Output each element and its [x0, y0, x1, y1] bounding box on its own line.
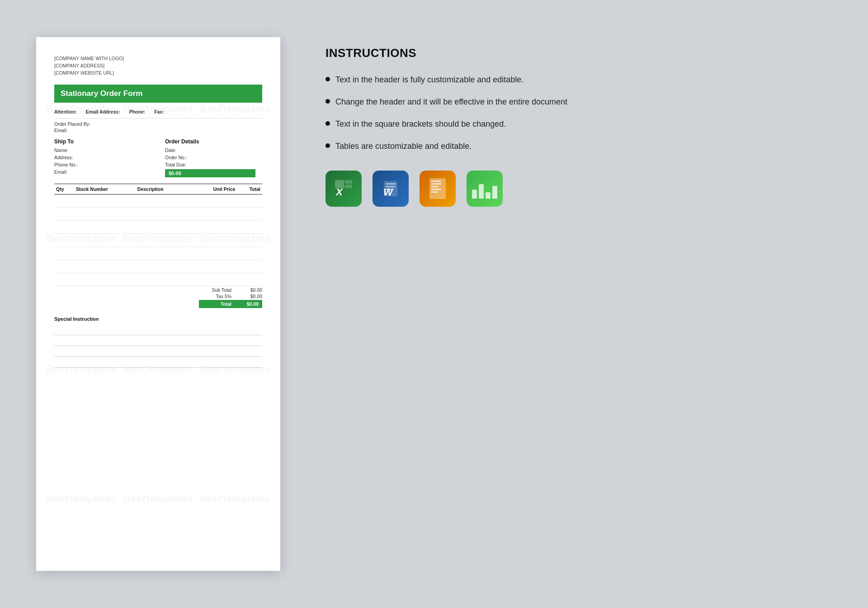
company-header: [COMPANY NAME WITH LOGO] [COMPANY ADDRES… [54, 55, 262, 76]
col-qty: Qty [54, 184, 74, 195]
numbers-inner [472, 179, 497, 199]
order-placed-by-row: Order Placed By: [54, 121, 262, 127]
instruction-text: Text in the header is fully customizable… [335, 74, 524, 86]
col-unit-price: Unit Price [193, 184, 237, 195]
instruction-item: Tables are customizable and editable. [326, 140, 832, 152]
word-icon: W [373, 171, 409, 207]
col-stock: Stock Number [74, 184, 136, 195]
bar-2 [479, 184, 484, 199]
cell-unit [193, 247, 237, 260]
attention-label: Attention: [54, 109, 77, 114]
tax-label: Tax 5% [199, 294, 235, 299]
form-document: BestTemplates BestTemplates BestTemplate… [36, 37, 280, 571]
cell-desc [136, 221, 193, 234]
instructions-panel: INSTRUCTIONS Text in the header is fully… [316, 37, 832, 207]
special-instruction-lines [54, 325, 262, 368]
order-details-title: Order Details [165, 138, 262, 145]
special-line-3 [54, 347, 262, 357]
col-desc: Description [136, 184, 187, 195]
table-header-row: Qty Stock Number Description Unit Price … [54, 184, 262, 195]
cell-total [237, 195, 262, 208]
bar-3 [486, 192, 491, 199]
contact-row: Attention: Email Address: Phone: Fax: [54, 109, 262, 119]
ship-to-section: Ship To Name: Address: Phone No.: Email: [54, 138, 160, 179]
ship-email-label: Email: [54, 169, 84, 175]
instructions-title: INSTRUCTIONS [326, 46, 832, 60]
ship-address-label: Address: [54, 155, 84, 160]
special-line-2 [54, 336, 262, 346]
cell-stock [74, 247, 136, 260]
cell-qty [54, 208, 74, 221]
cell-desc [136, 195, 193, 208]
bullet-dot [326, 121, 330, 126]
cell-desc [136, 234, 193, 247]
bullet-dot [326, 77, 330, 81]
cell-qty [54, 273, 74, 286]
col-total: Total [237, 184, 262, 195]
order-no-label: Order No.: [165, 155, 194, 160]
date-row: Date: [165, 147, 262, 153]
total-due-label: Total Due: [165, 162, 194, 167]
pages-line-1 [431, 180, 441, 182]
bar-4 [492, 186, 497, 199]
table-row [54, 234, 262, 247]
instruction-text: Change the header and it will be effecti… [335, 96, 567, 108]
ship-to-title: Ship To [54, 138, 151, 145]
email-address-field: Email Address: [86, 109, 120, 114]
special-instruction-section: Special Instruction [54, 316, 262, 368]
svg-text:W: W [383, 186, 394, 198]
ship-address-row: Address: [54, 155, 151, 160]
cell-unit [193, 234, 237, 247]
page-wrapper: BestTemplates BestTemplates BestTemplate… [36, 37, 832, 571]
subtotal-row: Sub Total $0.00 [54, 287, 262, 293]
total-final-row: Total $0.00 [54, 300, 262, 308]
svg-rect-5 [386, 183, 396, 185]
cell-total [237, 247, 262, 260]
pages-doc [429, 178, 446, 199]
cell-total [237, 273, 262, 286]
cell-desc [136, 273, 193, 286]
ship-name-label: Name: [54, 147, 84, 153]
pages-icon [420, 171, 456, 207]
instruction-text: Tables are customizable and editable. [335, 140, 472, 152]
total-final-value: $0.00 [235, 300, 262, 308]
total-due-value: $0.00 [165, 169, 255, 177]
order-email-label: Email: [54, 128, 67, 133]
pages-line-4 [431, 189, 441, 190]
cell-qty [54, 234, 74, 247]
subtotal-label: Sub Total [199, 287, 235, 293]
instruction-item: Text in the header is fully customizable… [326, 74, 832, 86]
ship-phone-label: Phone No.: [54, 162, 84, 167]
order-email-row: Email: [54, 128, 262, 133]
cell-stock [74, 234, 136, 247]
phone-label: Phone: [129, 109, 146, 114]
email-address-label: Email Address: [86, 109, 120, 114]
cell-total [237, 208, 262, 221]
pages-line-5 [431, 191, 438, 193]
pages-line-3 [431, 186, 438, 187]
numbers-icon [467, 171, 503, 207]
cell-unit [193, 221, 237, 234]
bar-1 [472, 190, 477, 199]
pages-line-2 [431, 183, 441, 185]
instruction-item: Text in the square brackets should be ch… [326, 118, 832, 130]
cell-stock [74, 208, 136, 221]
table-row [54, 247, 262, 260]
table-row [54, 208, 262, 221]
date-label: Date: [165, 147, 194, 153]
table-row [54, 195, 262, 208]
cell-total [237, 234, 262, 247]
table-row [54, 260, 262, 273]
company-address: [COMPANY ADDRESS] [54, 62, 262, 70]
cell-stock [74, 260, 136, 273]
pages-inner [429, 178, 446, 199]
ship-phone-row: Phone No.: [54, 162, 151, 167]
cell-desc [136, 260, 193, 273]
two-col-section: Ship To Name: Address: Phone No.: Email:… [54, 138, 262, 179]
cell-qty [54, 195, 74, 208]
col-spacer [187, 184, 193, 195]
cell-stock [74, 273, 136, 286]
cell-unit [193, 208, 237, 221]
excel-icon: X [326, 171, 362, 207]
cell-qty [54, 221, 74, 234]
